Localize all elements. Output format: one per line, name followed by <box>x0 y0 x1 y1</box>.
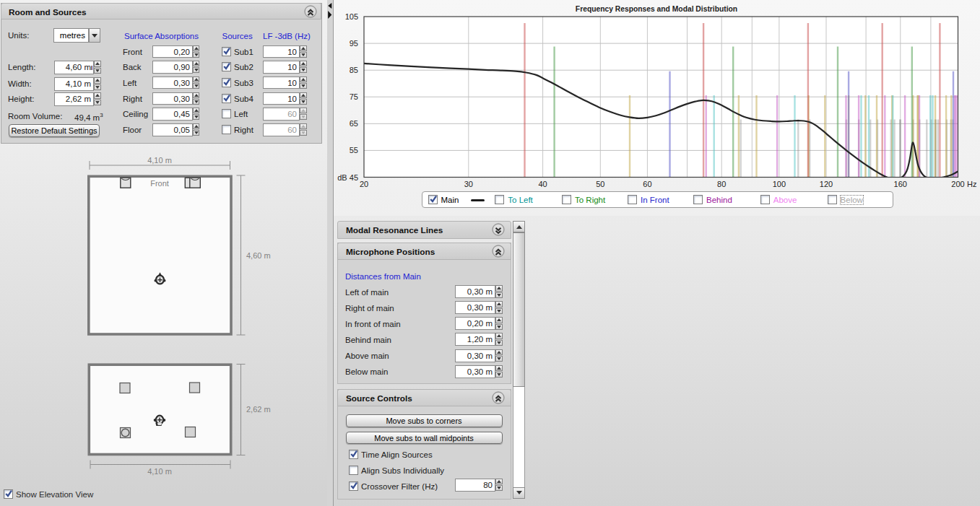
svg-text:30: 30 <box>464 180 472 188</box>
svg-text:60: 60 <box>643 180 651 188</box>
svg-text:4,60 m: 4,60 m <box>246 251 271 260</box>
svg-text:105: 105 <box>344 12 357 21</box>
svg-text:4,10 m: 4,10 m <box>147 467 172 476</box>
svg-text:100: 100 <box>772 180 785 188</box>
svg-text:65: 65 <box>349 119 357 128</box>
svg-text:4,10 m: 4,10 m <box>147 156 172 165</box>
svg-text:200: 200 <box>951 180 964 188</box>
svg-text:2,62 m: 2,62 m <box>246 405 271 414</box>
svg-text:160: 160 <box>893 180 906 188</box>
svg-text:dB 45: dB 45 <box>337 173 358 182</box>
svg-text:20: 20 <box>359 180 368 188</box>
svg-text:55: 55 <box>349 146 357 154</box>
svg-text:50: 50 <box>596 180 604 188</box>
svg-text:Front: Front <box>150 179 169 188</box>
svg-text:40: 40 <box>538 180 547 188</box>
svg-text:85: 85 <box>349 66 357 74</box>
svg-text:80: 80 <box>717 180 726 188</box>
svg-text:95: 95 <box>349 39 357 48</box>
svg-text:Hz: Hz <box>967 180 976 188</box>
svg-text:Frequency Responses and Modal: Frequency Responses and Modal Distributi… <box>575 5 737 13</box>
svg-text:75: 75 <box>349 92 357 101</box>
svg-text:120: 120 <box>819 180 832 188</box>
